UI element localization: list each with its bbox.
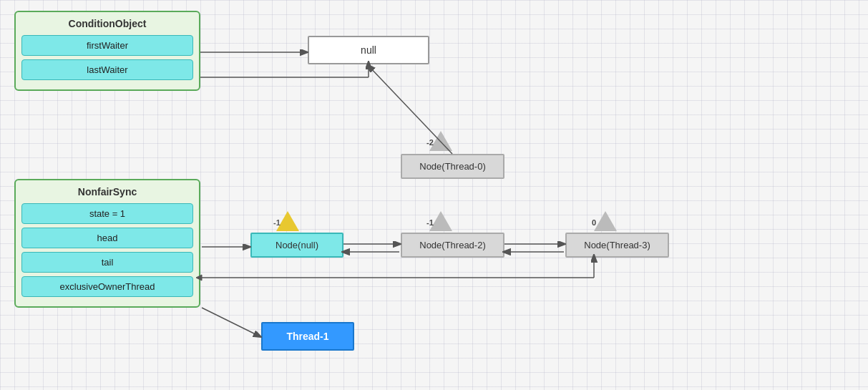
thread1-box: Thread-1: [261, 322, 354, 351]
condition-object-title: ConditionObject: [21, 18, 193, 29]
nonfair-sync-title: NonfairSync: [21, 186, 193, 198]
null-box: null: [308, 36, 429, 64]
last-waiter-field: lastWaiter: [21, 59, 193, 80]
exclusive-owner-thread-field: exclusiveOwnerThread: [21, 276, 193, 297]
exclusive-owner-arrow: [202, 308, 260, 336]
node-thread3-box: Node(Thread-3): [565, 233, 669, 258]
state-field: state = 1: [21, 203, 193, 224]
first-waiter-field: firstWaiter: [21, 35, 193, 56]
node-thread0-box: Node(Thread-0): [401, 154, 504, 179]
nonfair-sync-box: NonfairSync state = 1 head tail exclusiv…: [14, 179, 200, 308]
condition-object-box: ConditionObject firstWaiter lastWaiter: [14, 11, 200, 91]
head-field: head: [21, 228, 193, 248]
node-null-box: Node(null): [250, 233, 343, 258]
diagram-container: ConditionObject firstWaiter lastWaiter N…: [0, 0, 868, 390]
node-thread2-box: Node(Thread-2): [401, 233, 504, 258]
tail-field: tail: [21, 252, 193, 273]
